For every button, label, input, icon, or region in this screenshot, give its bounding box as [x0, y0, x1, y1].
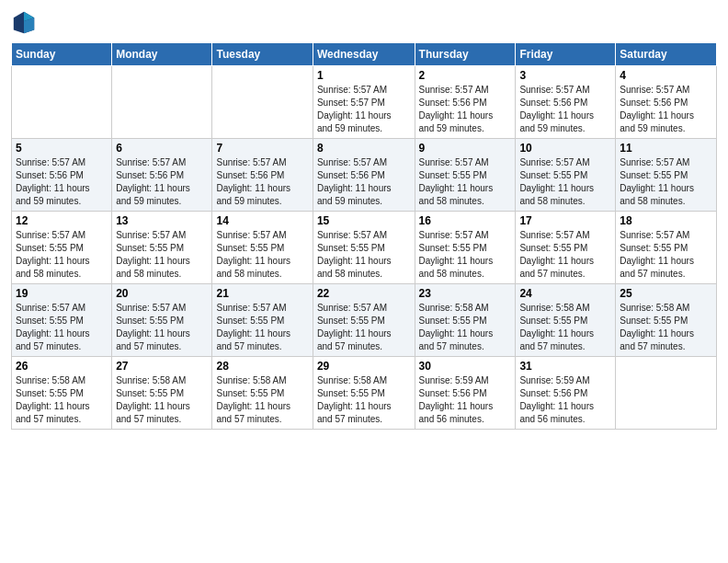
day-info: Sunrise: 5:58 AM Sunset: 5:55 PM Dayligh… — [16, 374, 108, 426]
weekday-header-row: SundayMondayTuesdayWednesdayThursdayFrid… — [12, 43, 717, 66]
day-number: 1 — [317, 69, 411, 82]
day-number: 22 — [317, 287, 411, 300]
day-info: Sunrise: 5:57 AM Sunset: 5:56 PM Dayligh… — [620, 84, 712, 135]
calendar-cell: 29Sunrise: 5:58 AM Sunset: 5:55 PM Dayli… — [313, 357, 415, 430]
day-info: Sunrise: 5:57 AM Sunset: 5:55 PM Dayligh… — [620, 156, 712, 208]
calendar-week-row: 12Sunrise: 5:57 AM Sunset: 5:55 PM Dayli… — [12, 212, 717, 284]
calendar-cell: 8Sunrise: 5:57 AM Sunset: 5:56 PM Daylig… — [313, 139, 415, 212]
calendar-cell: 23Sunrise: 5:58 AM Sunset: 5:55 PM Dayli… — [415, 284, 516, 357]
calendar-cell: 2Sunrise: 5:57 AM Sunset: 5:56 PM Daylig… — [415, 66, 516, 139]
calendar-cell: 24Sunrise: 5:58 AM Sunset: 5:55 PM Dayli… — [516, 284, 616, 357]
day-info: Sunrise: 5:57 AM Sunset: 5:55 PM Dayligh… — [419, 229, 512, 281]
calendar-cell: 27Sunrise: 5:58 AM Sunset: 5:55 PM Dayli… — [112, 357, 212, 430]
calendar-cell: 4Sunrise: 5:57 AM Sunset: 5:56 PM Daylig… — [616, 66, 717, 139]
calendar-cell: 18Sunrise: 5:57 AM Sunset: 5:55 PM Dayli… — [616, 212, 717, 284]
weekday-header-sunday: Sunday — [12, 43, 112, 66]
calendar-cell: 19Sunrise: 5:57 AM Sunset: 5:55 PM Dayli… — [12, 284, 112, 357]
day-number: 28 — [216, 360, 308, 373]
day-info: Sunrise: 5:57 AM Sunset: 5:55 PM Dayligh… — [116, 229, 208, 281]
calendar-cell: 7Sunrise: 5:57 AM Sunset: 5:56 PM Daylig… — [212, 139, 313, 212]
day-info: Sunrise: 5:57 AM Sunset: 5:56 PM Dayligh… — [519, 84, 611, 135]
day-info: Sunrise: 5:57 AM Sunset: 5:55 PM Dayligh… — [216, 229, 308, 281]
day-number: 20 — [116, 287, 208, 300]
day-info: Sunrise: 5:57 AM Sunset: 5:56 PM Dayligh… — [16, 156, 108, 208]
day-info: Sunrise: 5:58 AM Sunset: 5:55 PM Dayligh… — [216, 374, 308, 426]
day-number: 9 — [419, 142, 512, 155]
weekday-header-wednesday: Wednesday — [313, 43, 415, 66]
day-info: Sunrise: 5:57 AM Sunset: 5:56 PM Dayligh… — [216, 156, 308, 208]
day-number: 21 — [216, 287, 308, 300]
logo — [11, 9, 39, 35]
weekday-header-saturday: Saturday — [616, 43, 717, 66]
calendar-cell: 26Sunrise: 5:58 AM Sunset: 5:55 PM Dayli… — [12, 357, 112, 430]
day-info: Sunrise: 5:57 AM Sunset: 5:56 PM Dayligh… — [419, 84, 512, 135]
day-info: Sunrise: 5:57 AM Sunset: 5:55 PM Dayligh… — [116, 302, 208, 353]
calendar-cell: 28Sunrise: 5:58 AM Sunset: 5:55 PM Dayli… — [212, 357, 313, 430]
calendar-cell: 17Sunrise: 5:57 AM Sunset: 5:55 PM Dayli… — [516, 212, 616, 284]
day-info: Sunrise: 5:57 AM Sunset: 5:55 PM Dayligh… — [16, 229, 108, 281]
calendar-week-row: 5Sunrise: 5:57 AM Sunset: 5:56 PM Daylig… — [12, 139, 717, 212]
day-number: 31 — [519, 360, 611, 373]
day-number: 5 — [16, 142, 108, 155]
weekday-header-thursday: Thursday — [415, 43, 516, 66]
calendar-cell — [112, 66, 212, 139]
calendar-week-row: 26Sunrise: 5:58 AM Sunset: 5:55 PM Dayli… — [12, 357, 717, 430]
calendar-cell: 1Sunrise: 5:57 AM Sunset: 5:57 PM Daylig… — [313, 66, 415, 139]
day-number: 16 — [419, 214, 512, 227]
logo-icon — [11, 9, 37, 35]
day-info: Sunrise: 5:57 AM Sunset: 5:55 PM Dayligh… — [519, 229, 611, 281]
calendar-cell: 15Sunrise: 5:57 AM Sunset: 5:55 PM Dayli… — [313, 212, 415, 284]
day-number: 6 — [116, 142, 208, 155]
calendar-table: SundayMondayTuesdayWednesdayThursdayFrid… — [11, 42, 717, 430]
calendar-cell: 20Sunrise: 5:57 AM Sunset: 5:55 PM Dayli… — [112, 284, 212, 357]
calendar-cell: 21Sunrise: 5:57 AM Sunset: 5:55 PM Dayli… — [212, 284, 313, 357]
day-number: 11 — [620, 142, 712, 155]
day-number: 19 — [16, 287, 108, 300]
page: SundayMondayTuesdayWednesdayThursdayFrid… — [0, 0, 728, 563]
header — [11, 9, 717, 35]
day-info: Sunrise: 5:57 AM Sunset: 5:55 PM Dayligh… — [16, 302, 108, 353]
day-number: 8 — [317, 142, 411, 155]
calendar-cell: 25Sunrise: 5:58 AM Sunset: 5:55 PM Dayli… — [616, 284, 717, 357]
day-number: 26 — [16, 360, 108, 373]
day-number: 27 — [116, 360, 208, 373]
day-number: 18 — [620, 214, 712, 227]
day-info: Sunrise: 5:57 AM Sunset: 5:55 PM Dayligh… — [216, 302, 308, 353]
calendar-cell — [12, 66, 112, 139]
calendar-cell: 31Sunrise: 5:59 AM Sunset: 5:56 PM Dayli… — [516, 357, 616, 430]
calendar-cell: 22Sunrise: 5:57 AM Sunset: 5:55 PM Dayli… — [313, 284, 415, 357]
day-number: 12 — [16, 214, 108, 227]
day-number: 23 — [419, 287, 512, 300]
calendar-cell: 14Sunrise: 5:57 AM Sunset: 5:55 PM Dayli… — [212, 212, 313, 284]
day-info: Sunrise: 5:58 AM Sunset: 5:55 PM Dayligh… — [116, 374, 208, 426]
calendar-cell: 30Sunrise: 5:59 AM Sunset: 5:56 PM Dayli… — [415, 357, 516, 430]
calendar-cell: 5Sunrise: 5:57 AM Sunset: 5:56 PM Daylig… — [12, 139, 112, 212]
day-info: Sunrise: 5:57 AM Sunset: 5:56 PM Dayligh… — [317, 156, 411, 208]
weekday-header-friday: Friday — [516, 43, 616, 66]
day-info: Sunrise: 5:57 AM Sunset: 5:55 PM Dayligh… — [419, 156, 512, 208]
day-info: Sunrise: 5:58 AM Sunset: 5:55 PM Dayligh… — [317, 374, 411, 426]
calendar-cell: 13Sunrise: 5:57 AM Sunset: 5:55 PM Dayli… — [112, 212, 212, 284]
calendar-cell — [616, 357, 717, 430]
calendar-cell: 3Sunrise: 5:57 AM Sunset: 5:56 PM Daylig… — [516, 66, 616, 139]
calendar-cell: 6Sunrise: 5:57 AM Sunset: 5:56 PM Daylig… — [112, 139, 212, 212]
day-number: 4 — [620, 69, 712, 82]
day-number: 14 — [216, 214, 308, 227]
day-info: Sunrise: 5:57 AM Sunset: 5:55 PM Dayligh… — [620, 229, 712, 281]
day-info: Sunrise: 5:59 AM Sunset: 5:56 PM Dayligh… — [519, 374, 611, 426]
day-number: 30 — [419, 360, 512, 373]
day-number: 29 — [317, 360, 411, 373]
day-info: Sunrise: 5:58 AM Sunset: 5:55 PM Dayligh… — [519, 302, 611, 353]
calendar-cell: 11Sunrise: 5:57 AM Sunset: 5:55 PM Dayli… — [616, 139, 717, 212]
weekday-header-monday: Monday — [112, 43, 212, 66]
calendar-cell: 9Sunrise: 5:57 AM Sunset: 5:55 PM Daylig… — [415, 139, 516, 212]
day-number: 25 — [620, 287, 712, 300]
calendar-week-row: 19Sunrise: 5:57 AM Sunset: 5:55 PM Dayli… — [12, 284, 717, 357]
calendar-cell: 10Sunrise: 5:57 AM Sunset: 5:55 PM Dayli… — [516, 139, 616, 212]
calendar-week-row: 1Sunrise: 5:57 AM Sunset: 5:57 PM Daylig… — [12, 66, 717, 139]
day-info: Sunrise: 5:58 AM Sunset: 5:55 PM Dayligh… — [620, 302, 712, 353]
day-number: 7 — [216, 142, 308, 155]
day-info: Sunrise: 5:57 AM Sunset: 5:57 PM Dayligh… — [317, 84, 411, 135]
calendar-cell: 12Sunrise: 5:57 AM Sunset: 5:55 PM Dayli… — [12, 212, 112, 284]
day-number: 2 — [419, 69, 512, 82]
